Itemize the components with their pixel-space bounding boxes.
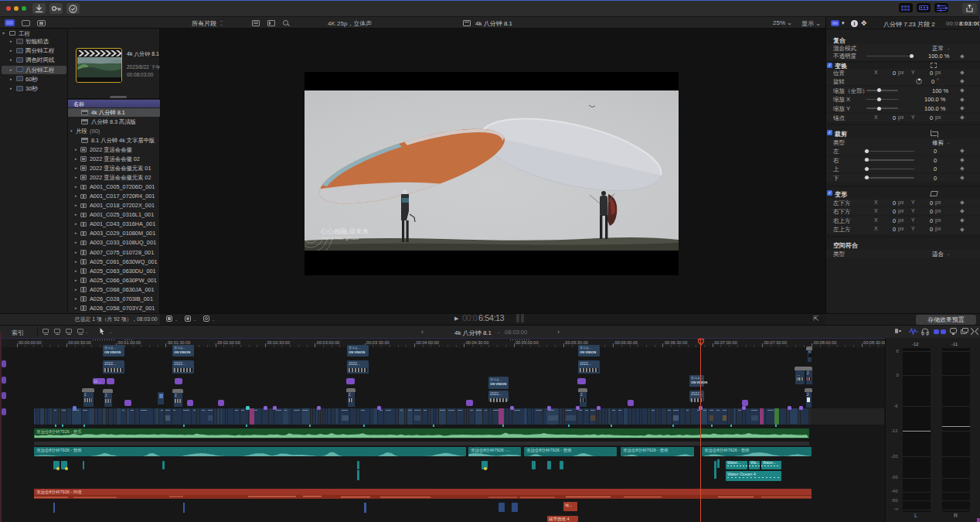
svg-text:Heart to Heart, @Future: Heart to Heart, @Future — [322, 237, 359, 241]
svg-text:心心相融,@未来: 心心相融,@未来 — [320, 227, 369, 235]
